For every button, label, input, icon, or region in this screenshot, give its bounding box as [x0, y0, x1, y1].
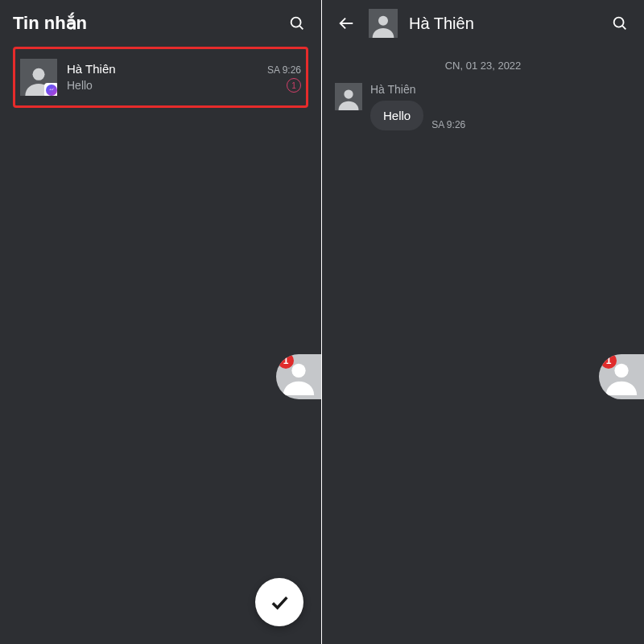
- conversation-header: Hà Thiên: [322, 0, 644, 47]
- svg-point-3: [291, 364, 305, 378]
- message-block: Hà Thiên Hello SA 9:26: [322, 83, 644, 130]
- search-icon: [611, 14, 629, 32]
- person-icon: [336, 86, 361, 110]
- svg-line-7: [622, 26, 625, 29]
- messenger-badge: [44, 83, 57, 96]
- back-button[interactable]: [335, 12, 357, 35]
- svg-point-0: [291, 18, 301, 27]
- chat-head[interactable]: 1: [276, 354, 321, 399]
- avatar: [20, 59, 57, 96]
- search-button[interactable]: [286, 12, 308, 35]
- avatar[interactable]: [369, 9, 398, 38]
- svg-point-6: [614, 18, 624, 27]
- conversation-name: Hà Thiên: [67, 62, 116, 76]
- svg-point-8: [344, 89, 353, 98]
- list-header: Tin nhắn: [0, 0, 321, 47]
- avatar[interactable]: [335, 83, 362, 110]
- page-title: Tin nhắn: [13, 13, 275, 34]
- svg-point-2: [33, 68, 45, 80]
- chat-head[interactable]: 1: [599, 354, 644, 399]
- messenger-icon: [48, 87, 55, 93]
- svg-point-9: [614, 364, 628, 378]
- check-icon: [268, 591, 291, 613]
- conversation-time: SA 9:26: [267, 64, 301, 76]
- conversation-screen: Hà Thiên CN, 01 23, 2022 Hà Thiên Hello …: [322, 0, 644, 644]
- person-icon: [370, 12, 396, 38]
- conversation-preview: Hello: [67, 79, 93, 92]
- arrow-left-icon: [337, 14, 355, 32]
- svg-point-5: [378, 16, 388, 26]
- search-button[interactable]: [609, 12, 631, 35]
- confirm-fab[interactable]: [255, 578, 303, 626]
- svg-line-1: [299, 26, 303, 29]
- conversation-title: Hà Thiên: [409, 14, 597, 33]
- conversation-list: Hà Thiên SA 9:26 Hello 1: [0, 47, 321, 108]
- search-icon: [288, 14, 306, 32]
- date-separator: CN, 01 23, 2022: [322, 47, 644, 83]
- unread-badge: 1: [287, 78, 301, 93]
- conversation-item[interactable]: Hà Thiên SA 9:26 Hello 1: [13, 47, 308, 108]
- message-bubble[interactable]: Hello: [370, 101, 423, 130]
- sender-name: Hà Thiên: [370, 83, 465, 96]
- message-time: SA 9:26: [431, 119, 465, 130]
- conversation-text: Hà Thiên SA 9:26 Hello 1: [67, 59, 301, 96]
- messages-list-screen: Tin nhắn Hà Thiên SA 9:26 Hello: [0, 0, 322, 644]
